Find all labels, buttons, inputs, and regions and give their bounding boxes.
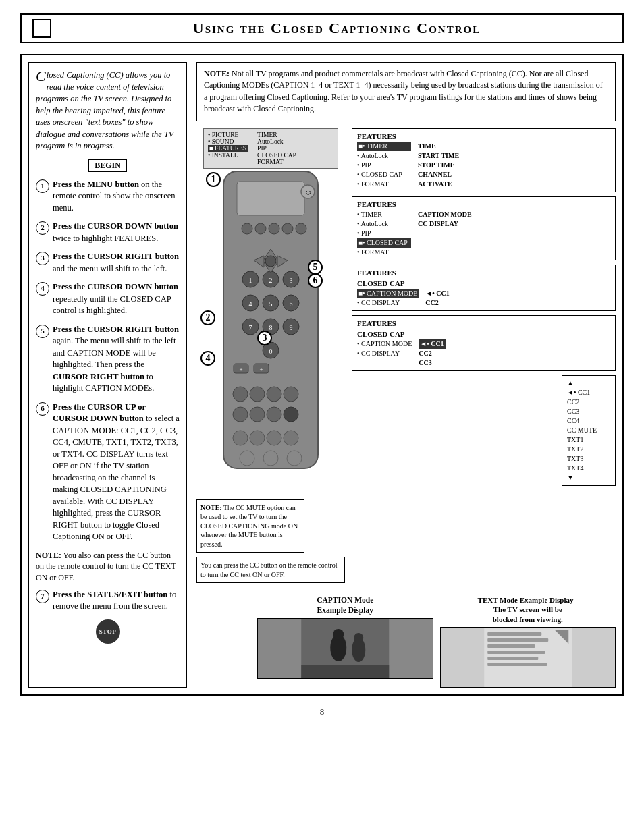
- captions-area: CAPTION ModeExample Display: [196, 595, 616, 688]
- svg-point-46: [233, 431, 248, 445]
- text-mode-image: [440, 627, 616, 688]
- begin-label: BEGIN: [88, 159, 127, 172]
- overlay-step-3: 3: [257, 331, 272, 345]
- note-box-main: NOTE: Not all TV programs and product co…: [196, 62, 616, 121]
- svg-text:3: 3: [290, 277, 293, 284]
- step-5: 5 Press the CURSOR RIGHT button again. T…: [36, 324, 180, 395]
- step-num-4: 4: [36, 282, 49, 296]
- svg-point-47: [250, 431, 265, 445]
- svg-point-42: [233, 407, 248, 422]
- svg-rect-64: [487, 657, 538, 660]
- svg-point-40: [267, 387, 281, 402]
- svg-text:4: 4: [249, 300, 252, 308]
- page-header: Using the Closed Captioning Control: [20, 13, 624, 43]
- step-num-3: 3: [36, 252, 49, 265]
- stop-badge: STOP: [96, 619, 120, 644]
- svg-point-52: [287, 451, 302, 466]
- step-3: 3 Press the CURSOR RIGHT button and the …: [36, 251, 180, 275]
- svg-point-57: [354, 633, 363, 642]
- all-cc-modes-panel: ▲ ◄• CC1 CC2 CC3 CC4 CC MUTE TXT1 TXT2 T…: [562, 375, 616, 486]
- side-panel-area: ▲ ◄• CC1 CC2 CC3 CC4 CC MUTE TXT1 TXT2 T…: [352, 375, 616, 486]
- svg-point-45: [284, 407, 298, 422]
- svg-text:+: +: [259, 366, 263, 372]
- svg-point-51: [263, 451, 278, 466]
- svg-point-38: [233, 387, 248, 402]
- step-num-1: 1: [36, 179, 49, 193]
- left-column: Closed Captioning (CC) allows you to rea…: [28, 62, 187, 688]
- step-num-7: 7: [36, 590, 49, 603]
- svg-point-50: [240, 451, 254, 466]
- svg-point-55: [333, 629, 344, 640]
- step-text-5: Press the CURSOR RIGHT button again. The…: [53, 324, 180, 395]
- page-number: 8: [20, 707, 624, 717]
- overlay-step-4: 4: [200, 351, 215, 366]
- svg-point-5: [282, 223, 293, 234]
- overlay-step-5: 5: [308, 260, 323, 275]
- svg-rect-60: [487, 632, 541, 636]
- cc-press-note: You can press the CC button on the remot…: [196, 557, 345, 583]
- svg-point-41: [284, 387, 298, 402]
- overlay-step-2: 2: [200, 310, 215, 325]
- svg-point-43: [250, 407, 265, 422]
- middle-area: • PICTURE • SOUND ■ FEATURES • INSTALL T…: [196, 128, 616, 584]
- page-container: Using the Closed Captioning Control Clos…: [0, 0, 644, 830]
- svg-text:2: 2: [269, 277, 273, 284]
- step-num-2: 2: [36, 221, 49, 235]
- svg-point-2: [242, 223, 252, 234]
- svg-text:+: +: [239, 366, 242, 372]
- step-num-5: 5: [36, 325, 49, 338]
- overlay-step-6: 6: [308, 273, 323, 288]
- text-mode-label: TEXT Mode Example Display -The TV screen…: [440, 595, 616, 624]
- tv-menu-col2: TIMER AutoLock PIP CLOSED CAP FORMAT: [257, 132, 296, 165]
- features-panel-1: FEATURES ■• TIMER • AutoLock • PIP • CLO…: [352, 128, 616, 192]
- svg-point-4: [269, 223, 279, 234]
- intro-text: Closed Captioning (CC) allows you to rea…: [36, 70, 180, 153]
- step-text-7: Press the STATUS/EXIT but­ton to remove …: [53, 589, 180, 613]
- step-6: 6 Press the CURSOR UP or CURSOR DOWN but…: [36, 402, 180, 543]
- svg-text:6: 6: [290, 300, 293, 308]
- main-content: Closed Captioning (CC) allows you to rea…: [20, 54, 624, 696]
- svg-text:8: 8: [269, 324, 273, 331]
- step-text-4: Press the CURSOR DOWN button repeatedly …: [53, 281, 180, 317]
- svg-point-49: [284, 431, 298, 445]
- step-text-6: Press the CURSOR UP or CURSOR DOWN butto…: [53, 402, 180, 543]
- svg-text:1: 1: [249, 277, 252, 284]
- remote-col: • PICTURE • SOUND ■ FEATURES • INSTALL T…: [196, 128, 345, 584]
- caption-mode-section: CAPTION ModeExample Display: [257, 595, 433, 688]
- features-panel-4: FEATURESCLOSED CAP • CAPTION MODE • CC D…: [352, 315, 616, 371]
- page-title: Using the Closed Captioning Control: [62, 20, 612, 37]
- svg-text:9: 9: [290, 324, 293, 331]
- step-text-3: Press the CURSOR RIGHT button and the me…: [53, 251, 180, 275]
- svg-rect-65: [487, 663, 547, 666]
- cc-note-text: NOTE: You also can press the CC button o…: [36, 550, 180, 584]
- cc-large-letter: C: [36, 70, 46, 83]
- svg-text:5: 5: [269, 300, 273, 308]
- step-text-1: Press the MENU button on the remote cont…: [53, 179, 180, 215]
- svg-text:⏻: ⏻: [305, 190, 311, 196]
- svg-point-3: [255, 223, 266, 234]
- svg-rect-1: [237, 182, 304, 215]
- header-icon: [32, 19, 51, 38]
- step-text-2: Press the CURSOR DOWN button twice to hi…: [53, 221, 180, 244]
- svg-point-6: [296, 223, 306, 234]
- step-2: 2 Press the CURSOR DOWN button twice to …: [36, 221, 180, 244]
- step-7: 7 Press the STATUS/EXIT but­ton to remov…: [36, 589, 180, 613]
- svg-rect-63: [487, 651, 545, 654]
- svg-text:0: 0: [269, 348, 273, 355]
- svg-rect-62: [487, 644, 535, 648]
- step-num-6: 6: [36, 402, 49, 416]
- svg-point-44: [267, 407, 281, 422]
- overlay-step-1: 1: [206, 172, 221, 187]
- svg-rect-61: [487, 638, 548, 642]
- panels-col: FEATURES ■• TIMER • AutoLock • PIP • CLO…: [352, 128, 616, 584]
- caption-mode-label: CAPTION ModeExample Display: [257, 595, 433, 615]
- remote-svg: ⏻ 1 2 3 4 5: [203, 171, 338, 495]
- right-column: NOTE: Not all TV programs and product co…: [196, 62, 616, 688]
- svg-text:7: 7: [249, 324, 252, 331]
- step-4: 4 Press the CURSOR DOWN button repeatedl…: [36, 281, 180, 317]
- step-1: 1 Press the MENU button on the remote co…: [36, 179, 180, 215]
- svg-point-33: [265, 256, 276, 267]
- svg-rect-58: [301, 665, 389, 678]
- caption-mode-image: [257, 618, 433, 679]
- tv-menu-col1: • PICTURE • SOUND ■ FEATURES • INSTALL: [208, 132, 248, 165]
